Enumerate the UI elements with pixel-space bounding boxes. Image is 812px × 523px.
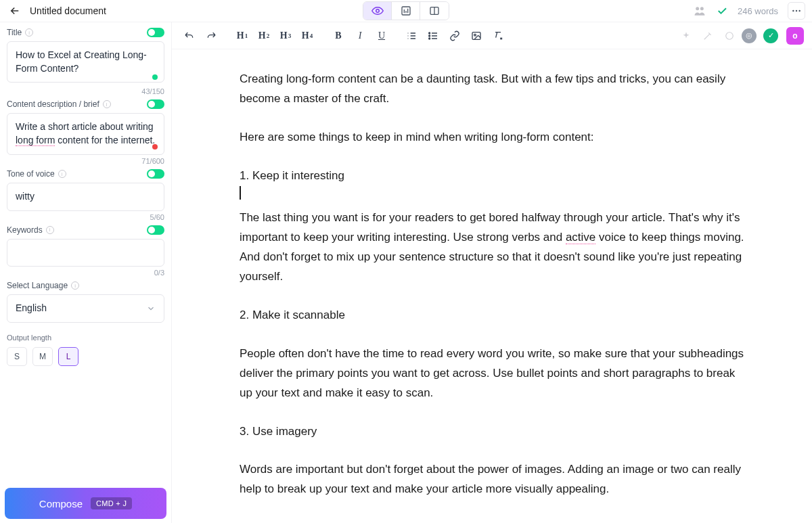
length-option-s[interactable]: S xyxy=(7,347,27,366)
chevron-down-icon xyxy=(146,304,156,313)
shortcut-badge: CMD + J xyxy=(91,497,132,509)
more-menu-button[interactable] xyxy=(788,2,805,20)
heading-item[interactable]: 4. Proofread xyxy=(240,518,744,523)
h1-button[interactable]: H1 xyxy=(233,26,252,45)
paragraph[interactable]: Creating long-form content can be a daun… xyxy=(240,70,744,109)
paragraph[interactable]: Words are important but don't forget abo… xyxy=(240,460,744,499)
info-icon[interactable]: i xyxy=(71,281,79,290)
svg-point-0 xyxy=(376,9,379,13)
mode-split-button[interactable] xyxy=(420,2,449,20)
ordered-list-button[interactable] xyxy=(402,26,421,45)
svg-point-13 xyxy=(726,32,734,39)
brief-toggle[interactable] xyxy=(147,99,164,109)
tone-toggle[interactable] xyxy=(147,169,164,179)
heading-item[interactable]: 3. Use imagery xyxy=(240,422,744,442)
link-button[interactable] xyxy=(445,26,464,45)
italic-button[interactable]: I xyxy=(351,26,369,45)
language-label: Select Language i xyxy=(7,281,79,290)
svg-point-12 xyxy=(474,34,476,36)
mode-preview-button[interactable] xyxy=(363,2,392,20)
bold-button[interactable]: B xyxy=(329,26,348,45)
ai-tool-2 xyxy=(698,26,717,45)
collaborators-icon[interactable] xyxy=(693,4,706,18)
h3-button[interactable]: H3 xyxy=(276,26,295,45)
keywords-toggle[interactable] xyxy=(147,225,164,235)
redo-button[interactable] xyxy=(202,26,221,45)
document-title[interactable]: Untitled document xyxy=(30,5,106,16)
title-label: Title i xyxy=(7,28,33,37)
info-icon[interactable]: i xyxy=(46,226,54,234)
editor-toolbar: H1 H2 H3 H4 B I U ◎ ✓ o xyxy=(172,22,812,49)
underline-button[interactable]: U xyxy=(372,26,391,45)
keywords-input[interactable] xyxy=(7,239,164,267)
ai-tool-1 xyxy=(677,26,696,45)
info-icon[interactable]: i xyxy=(58,170,66,178)
paragraph[interactable]: Here are some things to keep in mind whe… xyxy=(240,128,744,147)
brief-input[interactable]: Write a short article about writing long… xyxy=(7,113,164,155)
tone-label: Tone of voice i xyxy=(7,169,66,179)
info-icon[interactable]: i xyxy=(25,28,33,37)
brief-label: Content description / brief i xyxy=(7,99,111,109)
svg-point-4 xyxy=(700,7,704,10)
unordered-list-button[interactable] xyxy=(424,26,443,45)
keywords-char-count: 0/3 xyxy=(7,269,164,277)
svg-point-7 xyxy=(798,10,800,12)
status-gray-icon[interactable]: ◎ xyxy=(742,28,757,43)
title-input[interactable] xyxy=(7,41,164,83)
compose-button[interactable]: Compose CMD + J xyxy=(5,488,166,519)
user-avatar[interactable]: o xyxy=(786,27,804,45)
brief-char-count: 71/600 xyxy=(7,157,164,165)
svg-point-3 xyxy=(696,7,699,10)
svg-point-10 xyxy=(429,38,430,39)
paragraph[interactable]: The last thing you want is for your read… xyxy=(240,208,744,287)
h2-button[interactable]: H2 xyxy=(254,26,273,45)
saved-check-icon xyxy=(716,5,728,17)
text-cursor xyxy=(240,186,241,200)
length-option-m[interactable]: M xyxy=(32,347,53,366)
editor-content[interactable]: Creating long-form content can be a daun… xyxy=(172,49,812,523)
tone-input[interactable] xyxy=(7,183,164,211)
heading-item[interactable]: 2. Make it scannable xyxy=(240,306,744,325)
image-button[interactable] xyxy=(467,26,486,45)
info-icon[interactable]: i xyxy=(103,100,111,108)
language-select[interactable]: English xyxy=(7,294,164,323)
length-label: Output length xyxy=(7,334,164,342)
back-button[interactable] xyxy=(7,3,23,19)
word-count: 246 words xyxy=(738,6,778,16)
ai-tool-3 xyxy=(720,26,739,45)
svg-point-6 xyxy=(796,10,797,12)
tone-char-count: 5/60 xyxy=(7,213,164,221)
paragraph[interactable]: People often don't have the time to read… xyxy=(240,344,744,403)
heading-item[interactable]: 1. Keep it interesting xyxy=(240,166,744,186)
sidebar: Title i 43/150 Content description / bri… xyxy=(0,22,171,523)
undo-button[interactable] xyxy=(180,26,199,45)
title-char-count: 43/150 xyxy=(7,87,164,95)
svg-point-8 xyxy=(429,32,430,34)
mode-data-button[interactable] xyxy=(392,2,420,20)
status-green-icon[interactable]: ✓ xyxy=(763,28,778,43)
length-option-l[interactable]: L xyxy=(58,347,78,366)
h4-button[interactable]: H4 xyxy=(298,26,317,45)
svg-point-9 xyxy=(429,35,430,37)
clear-format-button[interactable] xyxy=(489,26,508,45)
svg-point-5 xyxy=(792,10,794,12)
keywords-label: Keywords i xyxy=(7,225,54,235)
title-toggle[interactable] xyxy=(147,28,164,37)
